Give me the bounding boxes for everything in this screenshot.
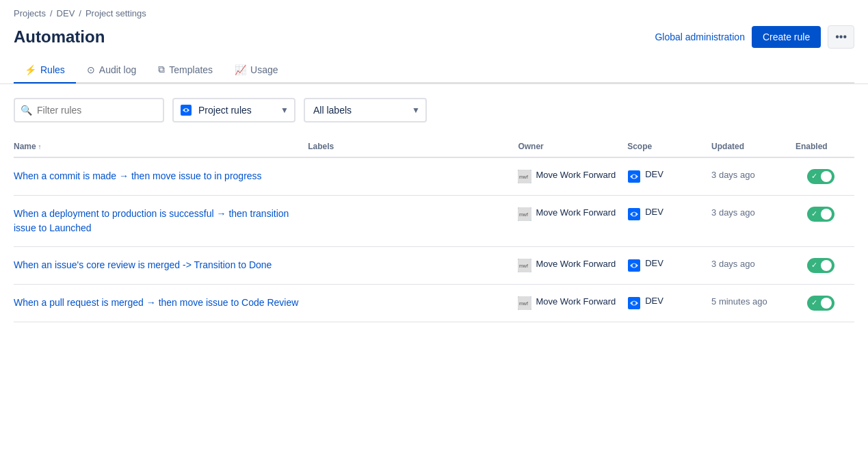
col-header-enabled: Enabled [795,136,854,157]
breadcrumb-settings[interactable]: Project settings [86,8,146,18]
usage-icon: 📈 [235,64,246,75]
breadcrumb-sep-2: / [79,8,81,18]
scope-cell: DEV [627,207,703,221]
svg-point-5 [633,175,636,179]
updated-cell: 5 minutes ago [711,296,767,307]
rule-link[interactable]: When a pull request is merged → then mov… [14,296,300,310]
tab-rules-label: Rules [40,64,65,75]
toggle-slider [807,207,834,222]
updated-cell: 3 days ago [711,170,755,180]
svg-point-9 [633,213,636,216]
main-content: 🔍 Project rules Global rules All rules ▼… [0,84,868,336]
table-row: When a deployment to production is succe… [14,196,854,247]
search-input[interactable] [14,98,164,122]
scope-project-icon [627,170,641,183]
owner-name: Move Work Forward [536,169,616,181]
owner-name: Move Work Forward [536,207,616,219]
owner-name: Move Work Forward [536,296,616,308]
enabled-toggle[interactable]: ✓ [807,296,834,311]
scope-label: DEV [645,207,663,217]
rule-link[interactable]: When a deployment to production is succe… [14,207,300,235]
breadcrumb-dev[interactable]: DEV [57,8,75,18]
scope-cell: DEV [627,169,703,183]
owner-cell: mwf Move Work Forward [518,258,619,272]
svg-text:mwf: mwf [519,301,528,306]
filter-row: 🔍 Project rules Global rules All rules ▼… [14,98,854,122]
breadcrumb-sep-1: / [50,8,53,18]
tab-audit-log-label: Audit log [99,64,136,75]
svg-text:mwf: mwf [519,263,528,268]
tab-templates-label: Templates [169,64,213,75]
rule-labels [308,196,518,247]
tab-usage-label: Usage [250,64,278,75]
enabled-toggle[interactable]: ✓ [807,207,834,222]
labels-select-wrap: All labels Label 1 Label 2 ▼ [304,98,427,122]
owner-cell: mwf Move Work Forward [518,169,619,183]
owner-avatar: mwf [518,296,531,310]
breadcrumb-projects[interactable]: Projects [14,8,46,18]
owner-avatar: mwf [518,207,531,221]
updated-cell: 3 days ago [711,207,755,218]
search-icon: 🔍 [21,105,32,116]
rule-link[interactable]: When a commit is made → then move issue … [14,169,300,183]
search-wrap: 🔍 [14,98,164,122]
create-rule-button[interactable]: Create rule [752,26,821,48]
tab-usage[interactable]: 📈 Usage [224,57,289,83]
toggle-slider [807,258,834,273]
labels-select[interactable]: All labels Label 1 Label 2 [304,98,427,122]
global-administration-link[interactable]: Global administration [655,31,745,42]
scope-project-icon [627,296,641,310]
toggle-slider [807,169,834,184]
svg-point-17 [633,302,636,305]
owner-avatar: mwf [518,259,531,272]
col-header-scope: Scope [627,136,711,157]
tab-rules[interactable]: ⚡ Rules [14,57,76,83]
project-select-icon [179,103,193,117]
tab-templates[interactable]: ⧉ Templates [147,57,224,83]
scope-project-icon [627,207,641,221]
toggle-slider [807,296,834,311]
rule-link[interactable]: When an issue's core review is merged ->… [14,258,300,272]
table-row: When an issue's core review is merged ->… [14,247,854,285]
more-options-button[interactable]: ••• [828,25,854,49]
rules-table: Name Labels Owner Scope Updated Enabled … [14,136,854,322]
scope-label: DEV [645,296,663,306]
breadcrumb: Projects / DEV / Project settings [14,8,854,18]
page-title: Automation [14,27,105,47]
col-header-labels: Labels [308,136,518,157]
enabled-toggle[interactable]: ✓ [807,258,834,273]
svg-point-13 [633,264,636,268]
rule-labels [308,285,518,322]
scope-project-icon [627,259,641,272]
svg-text:mwf: mwf [519,212,528,217]
audit-icon: ⊙ [87,64,95,75]
header-actions: Global administration Create rule ••• [655,25,854,49]
updated-cell: 3 days ago [711,259,755,269]
rule-labels [308,247,518,285]
enabled-toggle[interactable]: ✓ [807,169,834,184]
templates-icon: ⧉ [158,64,165,75]
col-header-name[interactable]: Name [14,136,308,157]
table-row: When a pull request is merged → then mov… [14,285,854,322]
project-rules-select-wrap: Project rules Global rules All rules ▼ [172,98,295,122]
owner-cell: mwf Move Work Forward [518,296,619,310]
owner-name: Move Work Forward [536,258,616,270]
scope-cell: DEV [627,296,703,310]
col-header-updated: Updated [711,136,795,157]
svg-point-1 [185,109,187,112]
rules-icon: ⚡ [25,64,36,75]
owner-cell: mwf Move Work Forward [518,207,619,221]
scope-label: DEV [645,169,663,179]
tab-audit-log[interactable]: ⊙ Audit log [76,57,147,83]
tabs-nav: ⚡ Rules ⊙ Audit log ⧉ Templates 📈 Usage [14,57,854,83]
scope-cell: DEV [627,258,703,272]
rule-labels [308,157,518,196]
owner-avatar: mwf [518,170,531,183]
svg-text:mwf: mwf [519,174,528,179]
col-header-owner: Owner [518,136,627,157]
table-row: When a commit is made → then move issue … [14,157,854,196]
scope-label: DEV [645,258,663,268]
